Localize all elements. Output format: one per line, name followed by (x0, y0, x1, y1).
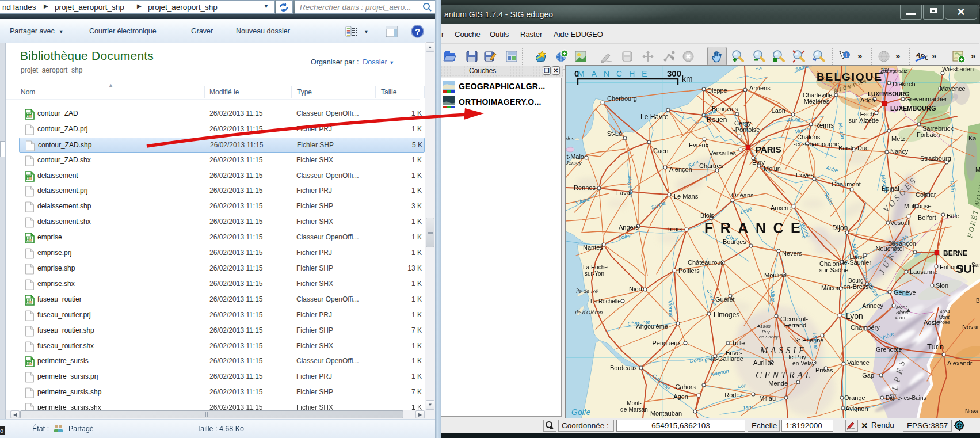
svg-text:Privas: Privas (815, 367, 833, 374)
svg-text:St-Lô: St-Lô (607, 130, 622, 137)
svg-text:MANCHE: MANCHE (578, 69, 654, 78)
svg-text:Cherbourg: Cherbourg (607, 95, 637, 102)
svg-text:1865: 1865 (760, 324, 771, 329)
svg-text:Troyes: Troyes (795, 172, 814, 178)
svg-text:La Rochelle: La Rochelle (590, 298, 621, 304)
svg-text:de Sancy: de Sancy (759, 334, 779, 340)
svg-text:Vesoul: Vesoul (890, 219, 909, 226)
svg-text:Diekirch: Diekirch (893, 81, 916, 87)
svg-text:559: 559 (881, 67, 889, 72)
svg-text:Bâle: Bâle (947, 212, 959, 219)
svg-text:Châteauroux: Châteauroux (688, 259, 724, 266)
svg-text:BELGIQUE: BELGIQUE (817, 71, 883, 83)
svg-text:Rodez: Rodez (724, 391, 743, 398)
svg-text:Allier: Allier (769, 289, 777, 303)
svg-text:Tours: Tours (667, 226, 682, 233)
svg-text:PARIS: PARIS (756, 144, 781, 154)
svg-text:Cahors: Cahors (676, 383, 696, 390)
svg-text:-en-Champagne: -en-Champagne (794, 140, 840, 147)
svg-text:FRANCE: FRANCE (704, 220, 807, 236)
svg-text:Millau: Millau (759, 395, 776, 402)
svg-text:Lausanne: Lausanne (910, 268, 937, 275)
svg-text:Lot: Lot (738, 383, 746, 389)
svg-text:Mende: Mende (768, 380, 788, 387)
svg-text:Dijon: Dijon (832, 224, 848, 232)
svg-text:Mâcon: Mâcon (821, 284, 840, 291)
svg-text:Périgueux: Périgueux (652, 340, 681, 346)
svg-text:Rose: Rose (939, 319, 950, 325)
svg-text:le-Saunier: le-Saunier (842, 259, 871, 266)
svg-text:Melun: Melun (764, 165, 781, 172)
svg-text:Auxerre: Auxerre (771, 204, 793, 211)
svg-text:Strasbourg: Strasbourg (920, 155, 951, 162)
svg-text:Novar: Novar (962, 323, 979, 330)
svg-text:km: km (682, 74, 693, 83)
svg-text:Aurillac: Aurillac (753, 359, 775, 366)
svg-text:Caen: Caen (653, 147, 668, 154)
svg-text:-Ferrand: -Ferrand (782, 322, 806, 329)
svg-text:Colmar: Colmar (916, 191, 936, 198)
svg-text:Niort: Niort (629, 285, 642, 292)
svg-text:Poitiers: Poitiers (678, 267, 700, 274)
svg-text:-sur-Saône: -sur-Saône (817, 266, 848, 273)
svg-text:La Roche-: La Roche- (583, 264, 609, 271)
svg-text:4810: 4810 (895, 315, 905, 321)
svg-text:Alexandr: Alexandr (947, 360, 973, 367)
svg-text:Rennes: Rennes (574, 184, 596, 191)
svg-text:Mont-: Mont- (627, 400, 642, 406)
svg-text:Versailles: Versailles (709, 150, 737, 157)
svg-text:Le Mans: Le Mans (674, 193, 699, 200)
svg-text:Nova: Nova (965, 408, 979, 414)
svg-text:-en-Velay: -en-Velay (791, 360, 815, 367)
svg-text:MASSIF: MASSIF (760, 345, 807, 355)
svg-text:Mayence: Mayence (940, 85, 966, 92)
svg-text:Île de Ré: Île de Ré (576, 288, 598, 294)
svg-text:Ka: Ka (968, 135, 977, 142)
svg-text:Lyon: Lyon (846, 311, 863, 321)
svg-text:des: des (566, 135, 575, 142)
svg-text:LUXEMBOURG: LUXEMBOURG (890, 105, 936, 112)
svg-text:CENTRAL: CENTRAL (756, 370, 813, 380)
svg-text:Blanc: Blanc (896, 310, 909, 315)
svg-text:Arlon: Arlon (860, 97, 875, 104)
svg-text:de-Marsan: de-Marsan (620, 406, 648, 413)
svg-text:Sam: Sam (971, 262, 980, 268)
svg-text:-la-Gaillarde: -la-Gaillarde (709, 355, 743, 362)
svg-text:Metz: Metz (891, 135, 905, 142)
svg-text:-Méziéres: -Méziéres (802, 98, 830, 105)
svg-text:Nantes: Nantes (583, 244, 603, 251)
svg-text:Forbach: Forbach (917, 131, 940, 138)
svg-text:Valence: Valence (847, 359, 870, 366)
svg-text:Angers: Angers (619, 224, 639, 231)
svg-text:?: ? (415, 26, 420, 36)
svg-text:i: i (846, 52, 848, 58)
svg-text:Grenoble: Grenoble (876, 346, 902, 353)
svg-text:Amiens: Amiens (749, 85, 771, 92)
svg-text:Blois: Blois (700, 212, 714, 219)
svg-text:Rhin: Rhin (949, 180, 956, 192)
svg-text:Turin: Turin (927, 342, 944, 351)
svg-text:Dieppe: Dieppe (707, 87, 727, 94)
svg-text:M: M (975, 166, 980, 173)
svg-text:Annecy: Annecy (862, 302, 883, 309)
svg-text:Le Havre: Le Havre (640, 113, 669, 121)
svg-text:Sion: Sion (936, 282, 948, 289)
svg-text:Aoste: Aoste (924, 319, 940, 326)
svg-text:Wiesbaden: Wiesbaden (942, 66, 974, 73)
svg-text:sur-Yon: sur-Yon (585, 271, 604, 277)
svg-text:Be: Be (976, 298, 980, 304)
svg-text:Gap: Gap (862, 372, 874, 379)
svg-text:Nancy: Nancy (890, 148, 909, 155)
svg-text:Reims: Reims (814, 121, 834, 130)
svg-text:300: 300 (667, 68, 681, 78)
svg-text:BERNE: BERNE (943, 249, 967, 257)
svg-text:Puy: Puy (762, 329, 771, 334)
svg-text:Aisne: Aisne (786, 116, 801, 123)
svg-text:Orléans: Orléans (731, 192, 754, 199)
svg-text:Île d'Oléron: Île d'Oléron (575, 309, 603, 315)
svg-text:Orange: Orange (844, 394, 865, 401)
svg-text:Châlons-: Châlons- (797, 134, 822, 140)
svg-text:Genève: Genève (894, 289, 916, 296)
svg-text:Moulins: Moulins (764, 272, 786, 279)
svg-text:Chartres: Chartres (699, 162, 724, 169)
